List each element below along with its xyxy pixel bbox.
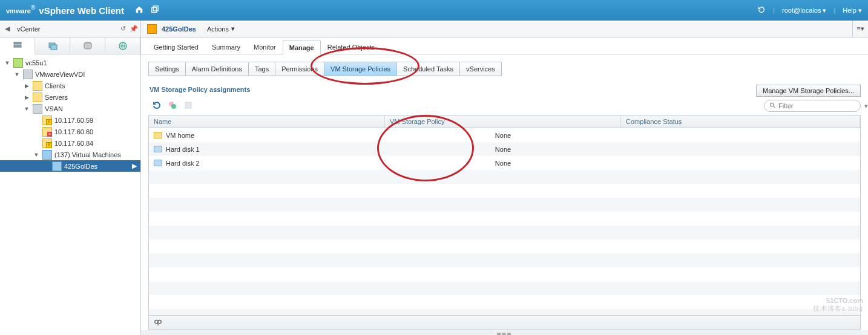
user-menu[interactable]: root@localos ▾	[782, 7, 826, 15]
table-row[interactable]: VM homeNone	[149, 128, 860, 142]
nav-back-icon[interactable]: ◀	[2, 25, 12, 33]
tree-node[interactable]: ▼(137) Virtual Machines	[0, 149, 140, 160]
tree-node[interactable]: ▶Clients	[0, 80, 140, 91]
sub-tab[interactable]: Tags	[249, 62, 275, 76]
manage-policies-button[interactable]: Manage VM Storage Policies...	[756, 85, 861, 97]
svg-line-12	[773, 106, 775, 108]
primary-tab[interactable]: Manage	[283, 40, 321, 54]
primary-tab[interactable]: Summary	[205, 39, 247, 54]
content-panel: Getting StartedSummaryMonitorManageRelat…	[141, 37, 868, 335]
grid-body[interactable]: VM homeNoneHard disk 1NoneHard disk 2Non…	[149, 128, 860, 315]
panel-menu-icon[interactable]: ≡▾	[852, 21, 868, 37]
svg-rect-10	[185, 102, 191, 108]
sub-tab[interactable]: vServices	[460, 62, 501, 76]
column-header[interactable]: VM Storage Policy	[385, 115, 621, 128]
svg-point-14	[158, 320, 161, 323]
svg-rect-0	[152, 8, 157, 13]
column-header[interactable]: Compliance Status	[621, 115, 860, 128]
tree-node[interactable]: ▼VMwareViewVDI	[0, 68, 140, 80]
tree-node[interactable]: 425GolDes▶	[0, 160, 140, 172]
filter-field[interactable]	[778, 102, 862, 109]
inventory-sidebar: ▼vc55u1▼VMwareViewVDI▶Clients▶Servers▼VS…	[0, 37, 141, 335]
primary-tabs: Getting StartedSummaryMonitorManageRelat…	[141, 37, 868, 54]
tree-node[interactable]: 10.117.60.84	[0, 137, 140, 149]
manage-subtabs: SettingsAlarm DefinitionsTagsPermissions…	[148, 62, 502, 76]
inventory-view-tabs	[0, 37, 140, 54]
tree-node[interactable]: ▼vc55u1	[0, 57, 140, 68]
svg-rect-2	[14, 42, 21, 44]
chevron-down-icon[interactable]: ▾	[864, 102, 868, 110]
section-title: VM Storage Policy assignments	[150, 86, 250, 93]
app-title: vSphere Web Client	[39, 5, 124, 16]
policy-grid: NameVM Storage PolicyCompliance Status V…	[148, 115, 861, 330]
svg-rect-5	[51, 45, 57, 50]
table-row[interactable]: Hard disk 2None	[149, 156, 860, 170]
table-row[interactable]: Hard disk 1None	[149, 142, 860, 156]
primary-tab[interactable]: Monitor	[247, 39, 283, 54]
refresh-grid-icon[interactable]	[152, 100, 162, 111]
context-bar: ◀ vCenter ↺ 📌 425GolDes Actions ▾ ≡▾	[0, 21, 868, 37]
split-grip[interactable]: ▄▄▄	[141, 330, 868, 335]
search-icon	[769, 102, 776, 110]
filter-input[interactable]: ▾	[764, 100, 861, 112]
networking-tab[interactable]	[105, 37, 140, 54]
svg-rect-3	[14, 45, 21, 47]
tree-node[interactable]: 10.117.60.60	[0, 126, 140, 137]
sub-tab[interactable]: Scheduled Tasks	[397, 62, 460, 76]
sub-tab[interactable]: VM Storage Policies	[324, 62, 397, 76]
storage-tab[interactable]	[70, 37, 105, 54]
hosts-clusters-tab[interactable]	[0, 37, 35, 54]
vm-icon	[147, 24, 157, 34]
inventory-tree[interactable]: ▼vc55u1▼VMwareViewVDI▶Clients▶Servers▼VS…	[0, 54, 140, 335]
home-icon[interactable]	[135, 5, 143, 15]
brand-logo: vmware®	[6, 4, 35, 16]
object-name: 425GolDes	[162, 25, 196, 33]
tree-node[interactable]: ▼VSAN	[0, 103, 140, 114]
svg-line-15	[157, 323, 159, 325]
vms-templates-tab[interactable]	[35, 37, 70, 54]
reapply-policy-icon[interactable]	[183, 100, 193, 111]
row-icon	[154, 160, 162, 166]
primary-tab[interactable]: Getting Started	[147, 39, 205, 54]
check-compliance-icon[interactable]	[168, 100, 177, 111]
tree-node[interactable]: 10.117.60.59	[0, 114, 140, 126]
refresh-icon[interactable]	[757, 5, 766, 15]
sub-tab[interactable]: Alarm Definitions	[186, 62, 249, 76]
grid-footer	[149, 315, 860, 330]
history-icon[interactable]: ↺	[120, 25, 126, 33]
tree-node[interactable]: ▶Servers	[0, 91, 140, 103]
svg-point-13	[155, 320, 158, 323]
svg-point-11	[770, 103, 774, 106]
pin-icon[interactable]: 📌	[130, 25, 138, 33]
row-icon	[154, 132, 162, 138]
open-window-icon[interactable]	[151, 5, 159, 15]
nav-context[interactable]: vCenter	[15, 25, 118, 33]
column-header[interactable]: Name	[149, 115, 385, 128]
row-icon	[154, 146, 162, 152]
actions-menu[interactable]: Actions ▾	[207, 25, 235, 33]
svg-point-9	[171, 104, 176, 109]
app-header: vmware® vSphere Web Client | root@localo…	[0, 0, 868, 21]
sub-tab[interactable]: Permissions	[275, 62, 324, 76]
sub-tab[interactable]: Settings	[149, 62, 186, 76]
help-menu[interactable]: Help ▾	[843, 7, 862, 15]
find-icon[interactable]	[154, 318, 162, 328]
primary-tab[interactable]: Related Objects	[321, 39, 381, 54]
svg-rect-1	[153, 6, 158, 11]
